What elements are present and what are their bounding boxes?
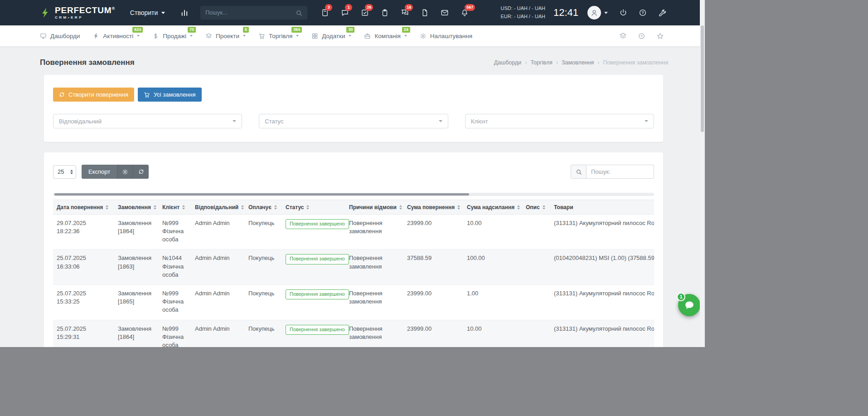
- calculator-icon[interactable]: 3: [321, 9, 329, 17]
- tasks-icon[interactable]: 26: [361, 9, 369, 17]
- cell-shipping-sum: 1.00: [463, 284, 522, 320]
- layers-icon: [205, 33, 212, 39]
- horizontal-scrollbar-thumb[interactable]: [54, 193, 469, 196]
- breadcrumb-trade[interactable]: Торгівля: [521, 59, 553, 66]
- table-row[interactable]: 25.07.2025 15:29:31 Замовлення [1864] №9…: [53, 320, 654, 347]
- table-search-input[interactable]: [587, 165, 654, 179]
- table-settings-button[interactable]: [117, 165, 133, 179]
- all-orders-button[interactable]: Усі замовлення: [138, 88, 202, 102]
- page-head: Повернення замовлення Дашборди Торгівля …: [0, 47, 705, 75]
- col-return-sum[interactable]: Сума повернення: [403, 200, 463, 215]
- chevron-down-icon: [439, 120, 442, 122]
- breadcrumb-orders[interactable]: Замовлення: [553, 59, 594, 66]
- nav-item-settings[interactable]: Налаштування: [420, 33, 472, 39]
- client-filter-select[interactable]: Клієнт: [465, 114, 654, 128]
- user-menu[interactable]: [587, 6, 608, 20]
- clipboard-icon[interactable]: [381, 9, 389, 17]
- nav-item-apps[interactable]: Додатки 30: [311, 33, 351, 39]
- cell-payer: Покупець: [245, 250, 282, 285]
- nav-item-trade[interactable]: Торгівля 364: [258, 33, 299, 39]
- table-row[interactable]: 25.07.2025 16:33:06 Замовлення [1863] №1…: [53, 250, 654, 285]
- returns-table: Дата повернення Замовлення Клієнт Відпов…: [53, 200, 654, 347]
- col-return-date[interactable]: Дата повернення: [53, 200, 114, 215]
- refresh-icon: [138, 169, 144, 175]
- favorites-star-icon[interactable]: [656, 32, 664, 40]
- status-filter-select[interactable]: Статус: [259, 114, 448, 128]
- col-status[interactable]: Статус: [282, 200, 345, 215]
- logout-power-icon[interactable]: [619, 9, 627, 17]
- table-refresh-button[interactable]: [133, 165, 149, 179]
- table-row[interactable]: 29.07.2025 18:22:36 Замовлення [1864] №9…: [53, 214, 654, 250]
- cell-status: Повернення завершено: [282, 250, 345, 285]
- responsible-filter-select[interactable]: Відповідальний: [53, 114, 242, 128]
- gear-icon: [420, 33, 427, 39]
- settings-wrench-icon[interactable]: [658, 9, 667, 17]
- page-content: Створити повернення Усі замовлення Відпо…: [0, 75, 705, 347]
- badge: 567: [465, 4, 475, 11]
- col-payer[interactable]: Оплачує: [245, 200, 282, 215]
- col-responsible[interactable]: Відповідальний: [191, 200, 245, 215]
- status-badge: Повернення завершено: [286, 325, 349, 335]
- global-search-input[interactable]: [205, 10, 296, 16]
- table-search-button[interactable]: [571, 165, 587, 179]
- mail-icon[interactable]: [441, 9, 449, 17]
- page-size-select[interactable]: 25: [53, 165, 76, 179]
- chevron-down-icon: [190, 35, 193, 37]
- chevron-down-icon: [604, 12, 608, 14]
- currency-rates: USD: - UAH / - UAH EUR: - UAH / - UAH: [501, 5, 545, 20]
- col-order[interactable]: Замовлення: [114, 200, 159, 215]
- reports-chart-icon[interactable]: [180, 9, 189, 17]
- export-button[interactable]: Експорт: [82, 165, 117, 179]
- badge: 3: [325, 4, 332, 11]
- avatar: [587, 6, 601, 20]
- chat-widget-button[interactable]: 1: [678, 294, 700, 316]
- status-badge: Повернення завершено: [286, 289, 349, 299]
- cell-goods: (313131) Акумуляторний пилосос Rowent: [550, 284, 654, 320]
- cell-client: №999 Фізична особа: [159, 284, 191, 320]
- cell-status: Повернення завершено: [282, 214, 345, 250]
- create-return-button[interactable]: Створити повернення: [53, 88, 134, 102]
- col-refusal-reason[interactable]: Причини відмови: [345, 200, 403, 215]
- cell-refusal-reason: Повернення замовлення: [345, 284, 403, 320]
- nav-item-activities[interactable]: Активності 624: [92, 33, 140, 39]
- cell-refusal-reason: Повернення замовлення: [345, 250, 403, 285]
- nav-item-company[interactable]: Компанія 24: [364, 33, 407, 39]
- cell-return-date: 25.07.2025 15:29:31: [53, 320, 114, 347]
- col-goods[interactable]: Товари: [550, 200, 654, 215]
- gear-icon: [122, 169, 128, 175]
- create-menu-button[interactable]: Створити: [130, 9, 165, 16]
- cell-description: [522, 284, 550, 320]
- grid-icon: [311, 33, 318, 39]
- cell-return-sum: 23999.00: [403, 320, 463, 347]
- document-icon[interactable]: [421, 9, 429, 17]
- stack-icon[interactable]: [619, 32, 627, 40]
- cell-payer: Покупець: [245, 320, 282, 347]
- vertical-scrollbar-thumb[interactable]: [701, 25, 704, 132]
- notifications-bell-icon[interactable]: 567: [461, 9, 469, 17]
- table-row[interactable]: 25.07.2025 15:33:25 Замовлення [1865] №9…: [53, 284, 654, 320]
- nav-item-projects[interactable]: Проекти 5: [205, 33, 246, 39]
- col-shipping-sum[interactable]: Сума надсилання: [463, 200, 522, 215]
- col-client[interactable]: Клієнт: [159, 200, 191, 215]
- table-search: [571, 165, 654, 179]
- breadcrumb-dashboards[interactable]: Дашборди: [494, 59, 522, 66]
- help-icon[interactable]: [639, 9, 647, 17]
- logo[interactable]: PERFECTUM® CRM•ERP: [40, 5, 115, 20]
- brand-subtitle: CRM•ERP: [55, 16, 115, 20]
- cart-icon: [258, 33, 265, 39]
- global-search: [200, 6, 307, 20]
- nav-item-sales[interactable]: Продажі 70: [152, 33, 193, 39]
- badge: 1: [345, 4, 352, 11]
- cell-order: Замовлення [1864]: [114, 320, 159, 347]
- chevron-down-icon: [404, 35, 407, 37]
- col-description[interactable]: Опис: [522, 200, 550, 215]
- monitor-icon: [40, 33, 47, 39]
- nav-item-dashboards[interactable]: Дашборди: [40, 33, 80, 39]
- topbar-icon-group: 3 1 26 16: [321, 9, 469, 17]
- chat-icon[interactable]: 1: [341, 9, 349, 17]
- chevron-down-icon: [161, 12, 165, 14]
- cart-icon: [144, 92, 150, 98]
- history-icon[interactable]: [638, 32, 645, 40]
- returns-table-card: 25 Експорт: [44, 152, 663, 347]
- comments-icon[interactable]: 16: [401, 9, 409, 17]
